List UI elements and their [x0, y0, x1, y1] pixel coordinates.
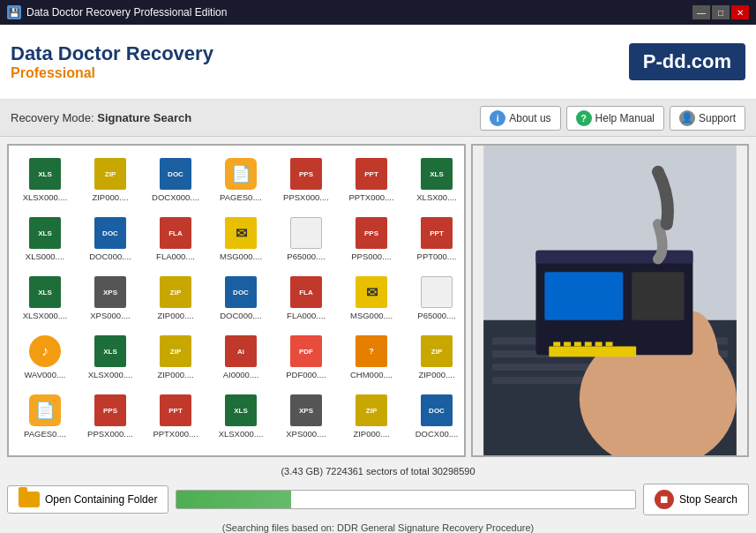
list-item[interactable]: ♪WAV000....: [12, 330, 78, 389]
list-item[interactable]: PPSPPSX000....: [273, 153, 339, 212]
list-item[interactable]: PPTPPT000....: [404, 212, 464, 271]
list-item[interactable]: FLAFLA000....: [273, 271, 339, 330]
list-item[interactable]: ZIPZIP000....: [339, 389, 404, 448]
list-item[interactable]: XLSXLSX000....: [12, 271, 78, 330]
app-icon: 💾: [7, 5, 21, 19]
brand-badge: P-dd.com: [629, 43, 745, 80]
list-item[interactable]: PPTPPTX000....: [143, 389, 208, 448]
list-item[interactable]: 📄PAGES0....: [12, 389, 78, 448]
svg-rect-18: [585, 342, 592, 346]
list-item[interactable]: PPTPPTX000....: [339, 153, 404, 212]
about-us-button[interactable]: i About us: [480, 106, 560, 131]
list-item[interactable]: FLAFLA000....: [143, 212, 208, 271]
logo-title: Data Doctor Recovery: [11, 42, 213, 65]
open-containing-folder-button[interactable]: Open Containing Folder: [7, 485, 168, 514]
list-item[interactable]: XLSXLS000....: [12, 212, 78, 271]
list-item[interactable]: ✉MSG000....: [208, 212, 273, 271]
list-item[interactable]: PPSPPSX000....: [78, 389, 143, 448]
svg-rect-16: [564, 342, 571, 346]
sectors-info: (3.43 GB) 7224361 sectors of total 30298…: [281, 466, 475, 477]
close-button[interactable]: ✕: [731, 5, 749, 19]
help-icon: ?: [576, 110, 592, 126]
stop-icon: ⏹: [655, 490, 674, 509]
svg-rect-13: [632, 272, 684, 319]
toolbar: Recovery Mode: Signature Search i About …: [0, 100, 756, 137]
logo: Data Doctor Recovery Professional: [11, 42, 213, 81]
list-item[interactable]: XLSXLSX00....: [404, 153, 464, 212]
list-item[interactable]: DOCDOCX000....: [143, 153, 208, 212]
progress-area: Open Containing Folder ⏹ Stop Search: [0, 478, 756, 521]
list-item[interactable]: ✉MSG000....: [339, 271, 404, 330]
header: Data Doctor Recovery Professional P-dd.c…: [0, 25, 756, 100]
window-title: Data Doctor Recovery Professional Editio…: [26, 6, 692, 19]
folder-icon: [19, 492, 40, 507]
list-item[interactable]: P65000....: [273, 212, 339, 271]
list-item[interactable]: DOCDOC000....: [208, 271, 273, 330]
list-item[interactable]: ZIPZIP000....: [143, 330, 208, 389]
svg-rect-20: [606, 342, 613, 346]
svg-rect-12: [544, 272, 623, 319]
info-icon: i: [490, 110, 505, 126]
list-item[interactable]: XLSXLSX000....: [78, 330, 143, 389]
list-item[interactable]: ZIPZIP000....: [404, 330, 464, 389]
user-icon: 👤: [679, 110, 695, 126]
svg-rect-14: [549, 346, 636, 357]
progress-bar-container: [176, 490, 636, 509]
list-item[interactable]: AiAI0000....: [208, 330, 273, 389]
list-item[interactable]: XLSXLSX000....: [208, 389, 273, 448]
list-item[interactable]: DOCDOCX00....: [404, 389, 464, 448]
file-grid: XLSXLSX000....ZIPZIP000....DOCDOCX000...…: [9, 146, 464, 455]
main-content: XLSXLSX000....ZIPZIP000....DOCDOCX000...…: [7, 144, 749, 457]
progress-bar-fill: [176, 491, 291, 508]
svg-rect-17: [574, 342, 581, 346]
ssd-illustration: [473, 146, 747, 455]
svg-rect-11: [535, 251, 692, 264]
search-status: (Searching files based on: DDR General S…: [0, 521, 756, 533]
list-item[interactable]: XLSXLSX000....: [12, 153, 78, 212]
list-item[interactable]: PPSPPS000....: [339, 212, 404, 271]
preview-panel: [471, 144, 749, 457]
list-item[interactable]: XPSXPS000....: [273, 389, 339, 448]
stop-search-button[interactable]: ⏹ Stop Search: [643, 484, 749, 515]
list-item[interactable]: PDFPDF000....: [273, 330, 339, 389]
file-panel[interactable]: XLSXLSX000....ZIPZIP000....DOCDOCX000...…: [7, 144, 466, 457]
list-item[interactable]: ZIPZIP000....: [143, 271, 208, 330]
toolbar-buttons: i About us ? Help Manual 👤 Support: [480, 106, 745, 131]
svg-rect-15: [553, 342, 560, 346]
minimize-button[interactable]: —: [692, 5, 710, 19]
maximize-button[interactable]: □: [712, 5, 730, 19]
list-item[interactable]: ZIPZIP000....: [78, 153, 143, 212]
list-item[interactable]: ?CHM000....: [339, 330, 404, 389]
help-manual-button[interactable]: ? Help Manual: [566, 106, 664, 131]
titlebar: 💾 Data Doctor Recovery Professional Edit…: [0, 0, 756, 25]
support-button[interactable]: 👤 Support: [670, 106, 745, 131]
list-item[interactable]: 📄PAGES0....: [208, 153, 273, 212]
logo-subtitle: Professional: [11, 65, 213, 81]
svg-rect-19: [595, 342, 603, 346]
list-item[interactable]: P65000....: [404, 271, 464, 330]
list-item[interactable]: XPSXPS000....: [78, 271, 143, 330]
status-bar: (3.43 GB) 7224361 sectors of total 30298…: [0, 464, 756, 478]
window-controls: — □ ✕: [692, 5, 749, 19]
recovery-mode-label: Recovery Mode: Signature Search: [11, 111, 191, 124]
list-item[interactable]: DOCDOC000....: [78, 212, 143, 271]
